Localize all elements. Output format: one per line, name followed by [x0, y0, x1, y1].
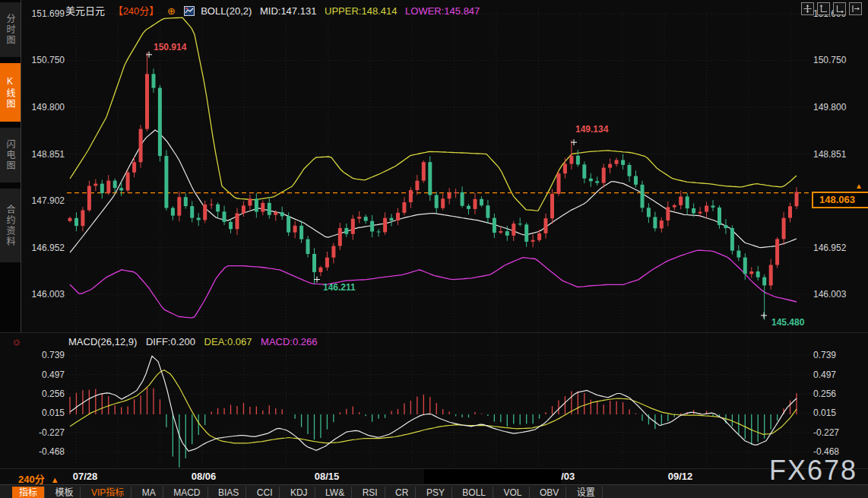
shift-right-icon[interactable]	[849, 2, 862, 15]
boll-upper-value: UPPER:148.414	[325, 5, 397, 17]
x-axis-zoom-icon[interactable]	[833, 2, 846, 15]
price-axis-label: 148.851	[26, 149, 65, 160]
annotation-low-2: 145.480	[771, 317, 804, 328]
chart-type-icon[interactable]	[184, 6, 195, 16]
tab-bias[interactable]: BIAS	[211, 487, 246, 498]
boll-mid-value: MID:147.131	[260, 5, 316, 17]
price-axis-label: 146.003	[26, 289, 65, 300]
macd-axis-label: -0.468	[813, 446, 859, 457]
pan-crosshair-icon[interactable]	[801, 2, 814, 15]
tab-lwr[interactable]: LW&	[318, 487, 352, 498]
price-axis-label: 148.851	[813, 149, 859, 160]
tab-kdj[interactable]: KDJ	[284, 487, 315, 498]
chart-canvas[interactable]	[0, 0, 868, 498]
macd-dea-value: DEA:0.067	[204, 336, 252, 347]
price-axis-label: 149.800	[26, 102, 65, 113]
sidebar-tab-time-chart[interactable]: 分时图	[0, 2, 21, 57]
sidebar-tab-flash-chart[interactable]: 闪电图	[0, 128, 21, 182]
tab-vip-indicator[interactable]: VIP指标	[84, 487, 131, 498]
price-up-arrow-icon: ▲	[855, 182, 863, 190]
sidebar-tab-label: 合约资料	[4, 205, 17, 247]
macd-axis-label: 0.739	[813, 350, 859, 360]
macd-axis-label: 0.497	[26, 370, 65, 380]
macd-header: MACD(26,12,9) DIFF:0.200 DEA:0.067 MACD:…	[68, 336, 324, 347]
macd-axis-label: 0.015	[813, 408, 859, 418]
sidebar: 分时图 K线图 闪电图 合约资料	[0, 0, 21, 332]
annotation-high-1: 150.914	[154, 42, 186, 52]
alert-icon: ☼	[11, 335, 22, 347]
tab-indicator[interactable]: 指标	[12, 487, 45, 498]
price-axis-label: 150.750	[26, 55, 65, 65]
date-axis-mask	[424, 469, 561, 484]
last-price-tag: 148.063	[812, 192, 868, 208]
symbol-name: 美元日元	[65, 5, 105, 17]
chart-header: 美元日元 【240分】 ⊕ BOLL(20,2) MID:147.131 UPP…	[65, 3, 485, 17]
macd-axis-label: 0.256	[26, 389, 65, 399]
macd-axis-label: 0.497	[813, 370, 859, 380]
date-axis-label: 07/28	[62, 471, 108, 482]
price-axis-label: 147.902	[26, 195, 65, 206]
macd-axis-label: -0.468	[26, 446, 65, 457]
macd-macd-value: MACD:0.266	[261, 336, 317, 347]
macd-diff-value: DIFF:0.200	[146, 336, 195, 347]
tab-vol[interactable]: VOL	[497, 487, 530, 498]
sidebar-tab-contract-info[interactable]: 合约资料	[0, 189, 21, 262]
price-axis-label: 146.952	[813, 243, 859, 253]
macd-axis-label: -0.227	[26, 427, 65, 438]
add-indicator-icon[interactable]: ⊕	[167, 5, 176, 17]
price-axis-label: 150.750	[813, 55, 859, 65]
period-label: 【240分】	[113, 5, 160, 17]
macd-axis-label: -0.227	[813, 427, 859, 438]
price-axis-label: 151.699	[26, 8, 65, 19]
macd-params-label: MACD(26,12,9)	[68, 336, 137, 347]
date-axis-label: 08/06	[181, 471, 227, 482]
date-axis-label: 08/15	[304, 471, 350, 482]
sidebar-tab-label: K线图	[4, 76, 17, 109]
sidebar-tab-label: 闪电图	[4, 139, 17, 171]
macd-axis-label: 0.739	[26, 350, 65, 360]
macd-axis-label: 0.015	[26, 408, 65, 418]
sidebar-tab-label: 分时图	[4, 14, 17, 46]
period-badge-label: 240分	[18, 474, 45, 485]
tab-ma[interactable]: MA	[135, 487, 163, 498]
price-axis-label: 149.800	[813, 102, 859, 113]
macd-axis-label: 0.256	[813, 389, 859, 399]
date-axis-label: 09/12	[657, 471, 703, 482]
tab-cci[interactable]: CCI	[250, 487, 280, 498]
watermark: FX678	[769, 455, 857, 487]
tab-boll[interactable]: BOLL	[455, 487, 493, 498]
boll-lower-value: LOWER:145.847	[405, 5, 480, 17]
tab-template[interactable]: 模板	[48, 487, 81, 498]
tab-cr[interactable]: CR	[388, 487, 416, 498]
window-controls	[801, 2, 862, 15]
tab-rsi[interactable]: RSI	[356, 487, 385, 498]
tab-obv[interactable]: OBV	[533, 487, 566, 498]
price-axis-label: 146.952	[26, 243, 65, 253]
tab-settings[interactable]: 设置	[570, 487, 603, 498]
period-up-arrow-icon: ▲	[51, 475, 59, 484]
annotation-high-2: 149.134	[575, 124, 608, 135]
price-axis-label: 146.003	[813, 289, 859, 300]
indicator-toolbar: 指标 模板 VIP指标 MA MACD BIAS CCI KDJ LW& RSI…	[0, 484, 868, 498]
tab-macd[interactable]: MACD	[166, 487, 207, 498]
y-axis-zoom-icon[interactable]	[817, 2, 830, 15]
panel-divider	[0, 332, 868, 333]
annotation-low-1: 146.211	[323, 282, 356, 293]
tab-psy[interactable]: PSY	[420, 487, 452, 498]
sidebar-tab-kline-chart[interactable]: K线图	[0, 63, 21, 122]
boll-label: BOLL(20,2)	[201, 5, 252, 17]
